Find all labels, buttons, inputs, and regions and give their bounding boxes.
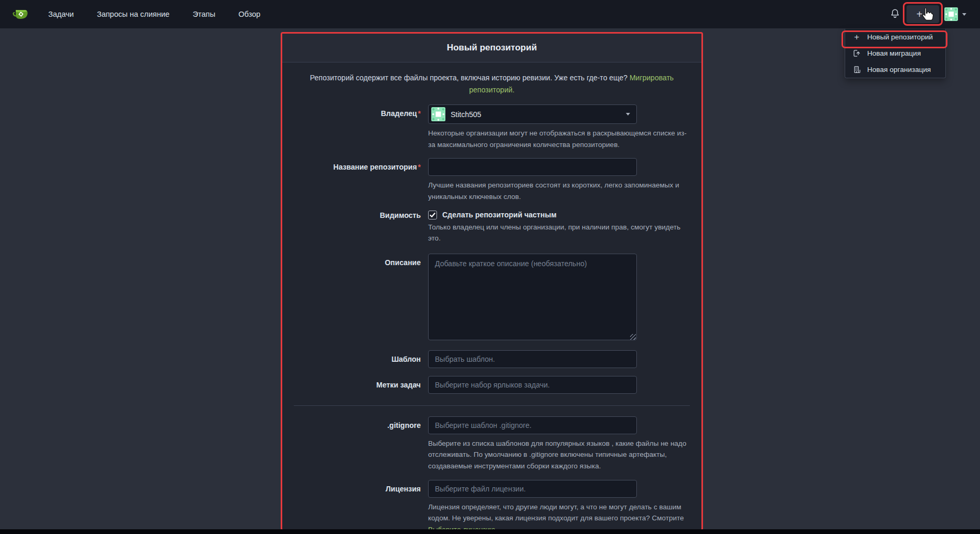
menu-item-new-organization[interactable]: Новая организация (845, 61, 945, 78)
new-repository-form-panel: Новый репозиторий Репозиторий содержит в… (281, 32, 703, 531)
avatar-chevron-down-icon[interactable] (962, 13, 966, 16)
menu-item-new-migration[interactable]: Новая миграция (845, 45, 945, 61)
nav-item-issues[interactable]: Задачи (48, 10, 74, 18)
private-checkbox-label[interactable]: Сделать репозиторий частным (442, 211, 557, 219)
repo-name-label: Название репозитория* (293, 158, 421, 202)
textarea-resize-handle[interactable] (630, 334, 636, 340)
owner-row: Владелец* (293, 104, 691, 150)
plus-icon: + (917, 9, 923, 19)
owner-select-dropdown[interactable]: Stitch505 (428, 104, 637, 124)
window-bottom-edge (0, 529, 980, 534)
owner-selected-value: Stitch505 (451, 110, 481, 119)
gitignore-help-text: Выберите из списка шаблонов для популярн… (428, 438, 691, 472)
form-header: Новый репозиторий (282, 34, 701, 62)
license-row: Лицензия Лицензия определяет, что другие… (293, 480, 691, 531)
license-label: Лицензия (293, 480, 421, 531)
create-new-dropdown-menu: + Новый репозиторий Новая миграция (845, 29, 946, 78)
required-asterisk: * (418, 109, 421, 118)
page-title: Новый репозиторий (447, 43, 537, 53)
form-body: Репозиторий содержит все файлы проекта, … (282, 62, 701, 531)
gitignore-input[interactable] (428, 416, 637, 434)
nav-item-milestones[interactable]: Этапы (193, 10, 215, 18)
visibility-help-text: Только владелец или члены организации, п… (428, 222, 691, 244)
menu-item-label: Новая миграция (867, 49, 921, 57)
menu-item-label: Новая организация (867, 66, 931, 74)
issue-labels-row: Метки задач (293, 376, 691, 394)
plus-icon: + (853, 33, 861, 41)
license-help-text: Лицензия определяет, что другие люди мог… (428, 501, 691, 531)
issue-labels-label: Метки задач (293, 376, 421, 394)
repo-name-help-text: Лучшие названия репозиториев состоят из … (428, 180, 691, 202)
menu-item-label: Новый репозиторий (867, 33, 933, 41)
organization-icon (853, 66, 861, 74)
nav-item-explore[interactable]: Обзор (238, 10, 260, 18)
template-row: Шаблон (293, 350, 691, 368)
description-label: Описание (293, 254, 421, 342)
issue-labels-input[interactable] (428, 376, 637, 394)
user-avatar[interactable] (944, 7, 958, 21)
required-asterisk: * (418, 163, 421, 171)
license-input[interactable] (428, 480, 637, 498)
gitea-logo-icon[interactable] (13, 6, 29, 23)
nav-item-pull-requests[interactable]: Запросы на слияние (97, 10, 169, 18)
private-checkbox[interactable] (428, 211, 437, 219)
description-textarea[interactable] (428, 254, 637, 340)
section-divider (294, 405, 690, 406)
owner-help-text: Некоторые организации могут не отображат… (428, 128, 691, 150)
create-new-button[interactable]: + (907, 5, 939, 23)
visibility-label: Видимость (293, 211, 421, 244)
template-input[interactable] (428, 350, 637, 368)
gitignore-label: .gitignore (293, 416, 421, 472)
form-intro-text: Репозиторий содержит все файлы проекта, … (307, 72, 677, 96)
chevron-down-icon (626, 113, 630, 116)
visibility-row: Видимость Сделать репозиторий частным То… (293, 211, 691, 244)
navbar-links: Задачи Запросы на слияние Этапы Обзор (48, 10, 260, 18)
menu-item-new-repository[interactable]: + Новый репозиторий (845, 29, 945, 45)
repo-name-input[interactable] (428, 158, 637, 176)
top-navbar: Задачи Запросы на слияние Этапы Обзор + (0, 0, 980, 28)
repo-name-row: Название репозитория* Лучшие названия ре… (293, 158, 691, 202)
chevron-down-icon (925, 13, 929, 16)
gitignore-row: .gitignore Выберите из списка шаблонов д… (293, 416, 691, 472)
owner-identicon-avatar (431, 107, 445, 121)
migrate-icon (853, 49, 861, 58)
notifications-bell-icon[interactable] (889, 8, 901, 20)
description-row: Описание (293, 254, 691, 342)
template-label: Шаблон (293, 350, 421, 368)
owner-label: Владелец* (293, 104, 421, 150)
